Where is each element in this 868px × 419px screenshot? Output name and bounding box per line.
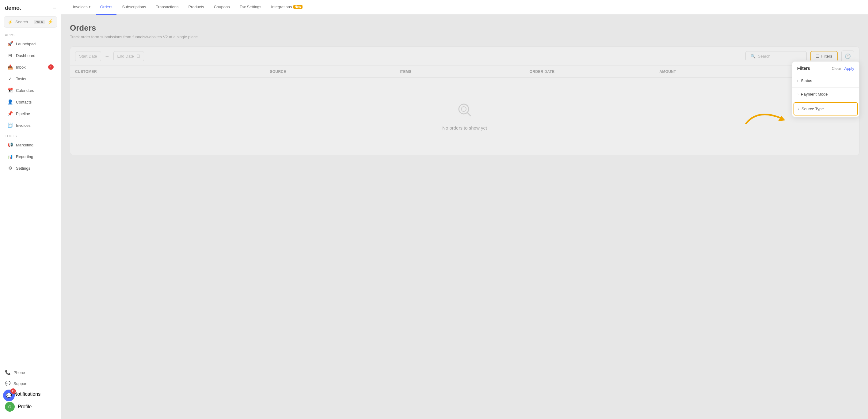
nav-item-integrations[interactable]: Integrations New	[267, 0, 307, 15]
sidebar-item-label: Invoices	[16, 123, 31, 128]
nav-label: Integrations	[271, 5, 292, 9]
filter-payment-mode[interactable]: › Payment Mode	[792, 88, 859, 101]
history-button[interactable]: 🕐	[841, 51, 854, 62]
nav-label: Orders	[100, 5, 113, 9]
filter-panel-title: Filters	[797, 66, 810, 71]
nav-label: Products	[188, 5, 204, 9]
nav-label: Invoices	[73, 5, 88, 9]
filter-actions: Clear Apply	[832, 66, 854, 71]
filter-source-type[interactable]: › Source Type	[794, 102, 858, 116]
hamburger-icon[interactable]: ≡	[53, 5, 56, 11]
sidebar-logo: demo. ≡	[0, 0, 61, 14]
main-content: Invoices ▾ Orders Subscriptions Transact…	[61, 0, 868, 419]
filter-status[interactable]: › Status	[792, 74, 859, 88]
filter-panel-header: Filters Clear Apply	[792, 62, 859, 74]
sidebar-item-label: Marketing	[16, 143, 33, 147]
chevron-down-icon: ▾	[89, 5, 90, 8]
sidebar-footer: 📞 Phone 💬 Support 🔔 7 Notifications G Pr…	[0, 367, 61, 419]
profile-label: Profile	[18, 404, 32, 410]
sidebar-item-launchpad[interactable]: 🚀 Launchpad	[2, 38, 59, 49]
reporting-icon: 📊	[7, 154, 13, 159]
nav-item-transactions[interactable]: Transactions	[151, 0, 183, 15]
chat-badge: 11	[10, 388, 16, 394]
empty-state-icon	[457, 102, 472, 120]
nav-item-products[interactable]: Products	[184, 0, 208, 15]
inbox-badge: 1	[48, 64, 54, 70]
nav-item-subscriptions[interactable]: Subscriptions	[118, 0, 150, 15]
sidebar: demo. ≡ ⚡ Search ctrl K ⚡ Apps 🚀 Launchp…	[0, 0, 61, 419]
orders-table-container: Start Date → End Date ☐ 🔍 Search ☰ Filte…	[70, 46, 860, 155]
nav-item-orders[interactable]: Orders	[96, 0, 117, 15]
sidebar-item-calendars[interactable]: 📅 Calendars	[2, 85, 59, 96]
marketing-icon: 📢	[7, 142, 13, 148]
table-toolbar: Start Date → End Date ☐ 🔍 Search ☰ Filte…	[70, 47, 859, 66]
sidebar-item-inbox[interactable]: 📥 Inbox 1	[2, 62, 59, 73]
search-bar[interactable]: ⚡ Search ctrl K ⚡	[4, 16, 57, 28]
calendar-icon: ☐	[136, 54, 140, 59]
sidebar-item-label: Calendars	[16, 88, 34, 93]
table-header: Customer Source Items Order Date Amount	[70, 66, 859, 78]
clock-icon: 🕐	[845, 54, 851, 59]
filters-button[interactable]: ☰ Filters	[810, 51, 838, 62]
page-title: Orders	[70, 23, 860, 33]
search-label: Search	[15, 20, 32, 24]
contacts-icon: 👤	[7, 99, 13, 105]
filter-source-type-label: Source Type	[802, 106, 824, 111]
svg-line-2	[467, 113, 470, 116]
col-customer: Customer	[75, 69, 270, 74]
sidebar-item-label: Contacts	[16, 100, 32, 104]
sidebar-item-label: Dashboard	[16, 53, 36, 58]
logo-text: demo.	[5, 5, 21, 11]
sidebar-item-profile[interactable]: G Profile 💬 11	[0, 399, 61, 414]
filter-status-label: Status	[801, 78, 812, 83]
page-content: Orders Track order form submissions from…	[61, 15, 868, 419]
calendars-icon: 📅	[7, 88, 13, 93]
avatar: G	[5, 402, 15, 412]
start-date-input[interactable]: Start Date	[75, 51, 101, 61]
nav-item-coupons[interactable]: Coupons	[210, 0, 234, 15]
chevron-right-icon: ›	[797, 79, 799, 83]
sidebar-item-invoices[interactable]: 🧾 Invoices	[2, 120, 59, 131]
col-order-date: Order Date	[530, 69, 659, 74]
launchpad-icon: 🚀	[7, 41, 13, 46]
chat-bubble[interactable]: 💬 11	[3, 390, 15, 401]
sidebar-item-contacts[interactable]: 👤 Contacts	[2, 96, 59, 107]
svg-point-1	[461, 106, 466, 111]
search-icon: ⚡	[8, 20, 13, 25]
search-shortcut: ctrl K	[34, 20, 45, 24]
sidebar-item-label: Pipeline	[16, 111, 30, 116]
page-subtitle: Track order form submissions from funnel…	[70, 35, 860, 39]
sidebar-item-label: Settings	[16, 166, 30, 171]
pipeline-icon: 📌	[7, 111, 13, 117]
sidebar-item-marketing[interactable]: 📢 Marketing	[2, 139, 59, 150]
search-input[interactable]: 🔍 Search	[745, 51, 807, 61]
date-arrow-icon: →	[105, 54, 110, 59]
sidebar-item-label: Inbox	[16, 65, 26, 69]
search-placeholder: Search	[758, 54, 771, 59]
sidebar-item-settings[interactable]: ⚙ Settings	[2, 163, 59, 174]
sidebar-item-reporting[interactable]: 📊 Reporting	[2, 151, 59, 162]
filters-label: Filters	[822, 54, 832, 59]
top-nav: Invoices ▾ Orders Subscriptions Transact…	[61, 0, 868, 15]
filter-apply-button[interactable]: Apply	[844, 66, 854, 71]
sidebar-item-tasks[interactable]: ✓ Tasks	[2, 73, 59, 84]
sidebar-item-support[interactable]: 💬 Support	[0, 378, 61, 389]
support-icon: 💬	[5, 381, 10, 386]
inbox-icon: 📥	[7, 64, 13, 70]
col-items: Items	[400, 69, 530, 74]
sidebar-item-dashboard[interactable]: ⊞ Dashboard	[2, 50, 59, 61]
filter-clear-button[interactable]: Clear	[832, 66, 841, 71]
notifications-label: Notifications	[14, 391, 40, 397]
nav-item-invoices[interactable]: Invoices ▾	[69, 0, 95, 15]
start-date-label: Start Date	[79, 54, 97, 59]
sidebar-item-phone[interactable]: 📞 Phone	[0, 367, 61, 378]
filter-payment-mode-label: Payment Mode	[801, 92, 828, 96]
settings-icon: ⚙	[7, 165, 13, 171]
sidebar-item-label: Tasks	[16, 76, 26, 81]
filter-panel: Filters Clear Apply › Status › Payment M…	[792, 61, 860, 117]
nav-item-tax-settings[interactable]: Tax Settings	[236, 0, 266, 15]
sidebar-item-label: Reporting	[16, 154, 33, 159]
end-date-input[interactable]: End Date ☐	[114, 51, 144, 61]
sidebar-item-pipeline[interactable]: 📌 Pipeline	[2, 108, 59, 119]
col-source: Source	[270, 69, 400, 74]
